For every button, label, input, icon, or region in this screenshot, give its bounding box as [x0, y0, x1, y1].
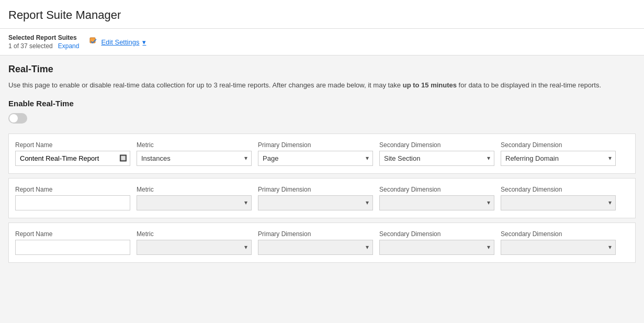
- description-text: Use this page to enable or disable real-…: [8, 80, 636, 91]
- secondary-dim2-select-2[interactable]: [501, 195, 616, 210]
- secondary-dim1-label-1: Secondary Dimension: [379, 141, 494, 149]
- metric-select-1[interactable]: Instances: [137, 151, 252, 166]
- primary-dim-select-1[interactable]: Page: [258, 151, 373, 166]
- report-name-input-1[interactable]: [15, 151, 130, 166]
- secondary-dim2-group-1: Secondary Dimension Referring Domain ▾: [501, 141, 616, 166]
- report-name-group-1: Report Name 🔲: [15, 141, 130, 166]
- enable-realtime-title: Enable Real-Time: [8, 99, 636, 108]
- metric-label-3: Metric: [137, 230, 252, 238]
- report-name-label-3: Report Name: [15, 230, 130, 238]
- suite-info: Selected Report Suites 1 of 37 selected …: [8, 34, 79, 50]
- suite-bar: Selected Report Suites 1 of 37 selected …: [0, 29, 644, 55]
- report-name-group-2: Report Name: [15, 186, 130, 210]
- secondary-dim2-label-3: Secondary Dimension: [501, 230, 616, 238]
- secondary-dim1-group-3: Secondary Dimension ▾: [379, 230, 494, 255]
- secondary-dim2-label-2: Secondary Dimension: [501, 186, 616, 193]
- primary-dim-group-3: Primary Dimension ▾: [258, 230, 373, 255]
- expand-link[interactable]: Expand: [58, 42, 80, 50]
- metric-group-1: Metric Instances ▾: [137, 141, 252, 166]
- suite-count: 1 of 37 selected Expand: [8, 42, 79, 50]
- report-name-label-2: Report Name: [15, 186, 130, 193]
- realtime-section-title: Real-Time: [8, 64, 636, 75]
- secondary-dim1-group-1: Secondary Dimension Site Section ▾: [379, 141, 494, 166]
- secondary-dim1-group-2: Secondary Dimension ▾: [379, 186, 494, 210]
- report-name-group-3: Report Name: [15, 230, 130, 255]
- report-name-input-2[interactable]: [15, 195, 130, 210]
- secondary-dim1-select-3[interactable]: [379, 240, 494, 255]
- info-icon-1: 🔲: [119, 154, 127, 162]
- primary-dim-group-2: Primary Dimension ▾: [258, 186, 373, 210]
- secondary-dim2-label-1: Secondary Dimension: [501, 141, 616, 149]
- toggle-wrapper: [8, 113, 636, 125]
- report-name-label-1: Report Name: [15, 141, 130, 149]
- report-row-2: Report Name Metric ▾ Primary Dimension: [8, 178, 636, 218]
- enable-realtime-toggle[interactable]: [8, 113, 27, 124]
- metric-label-1: Metric: [137, 141, 252, 149]
- page-title: Report Suite Manager: [8, 8, 636, 22]
- metric-group-3: Metric ▾: [137, 230, 252, 255]
- report-row-1: Report Name 🔲 Metric Instances ▾: [8, 133, 636, 174]
- secondary-dim1-select-2[interactable]: [379, 195, 494, 210]
- primary-dim-select-3[interactable]: [258, 240, 373, 255]
- metric-group-2: Metric ▾: [137, 186, 252, 210]
- metric-select-3[interactable]: [137, 240, 252, 255]
- svg-rect-0: [90, 38, 95, 43]
- primary-dim-select-2[interactable]: [258, 195, 373, 210]
- primary-dim-label-1: Primary Dimension: [258, 141, 373, 149]
- content-area: Real-Time Use this page to enable or dis…: [0, 55, 644, 323]
- secondary-dim2-select-3[interactable]: [501, 240, 616, 255]
- secondary-dim1-select-1[interactable]: Site Section: [379, 151, 494, 166]
- primary-dim-label-3: Primary Dimension: [258, 230, 373, 238]
- metric-select-2[interactable]: [137, 195, 252, 210]
- suite-label: Selected Report Suites: [8, 34, 79, 41]
- dropdown-arrow-icon: ▾: [142, 38, 146, 46]
- secondary-dim2-group-3: Secondary Dimension ▾: [501, 230, 616, 255]
- secondary-dim2-group-2: Secondary Dimension ▾: [501, 186, 616, 210]
- report-name-input-3[interactable]: [15, 240, 130, 255]
- primary-dim-label-2: Primary Dimension: [258, 186, 373, 193]
- primary-dim-group-1: Primary Dimension Page ▾: [258, 141, 373, 166]
- report-row-3: Report Name Metric ▾ Primary Dimension: [8, 222, 636, 263]
- secondary-dim2-select-1[interactable]: Referring Domain: [501, 151, 616, 166]
- secondary-dim1-label-3: Secondary Dimension: [379, 230, 494, 238]
- secondary-dim1-label-2: Secondary Dimension: [379, 186, 494, 193]
- edit-icon: [89, 37, 98, 47]
- metric-label-2: Metric: [137, 186, 252, 193]
- edit-settings-button[interactable]: Edit Settings ▾: [89, 37, 146, 47]
